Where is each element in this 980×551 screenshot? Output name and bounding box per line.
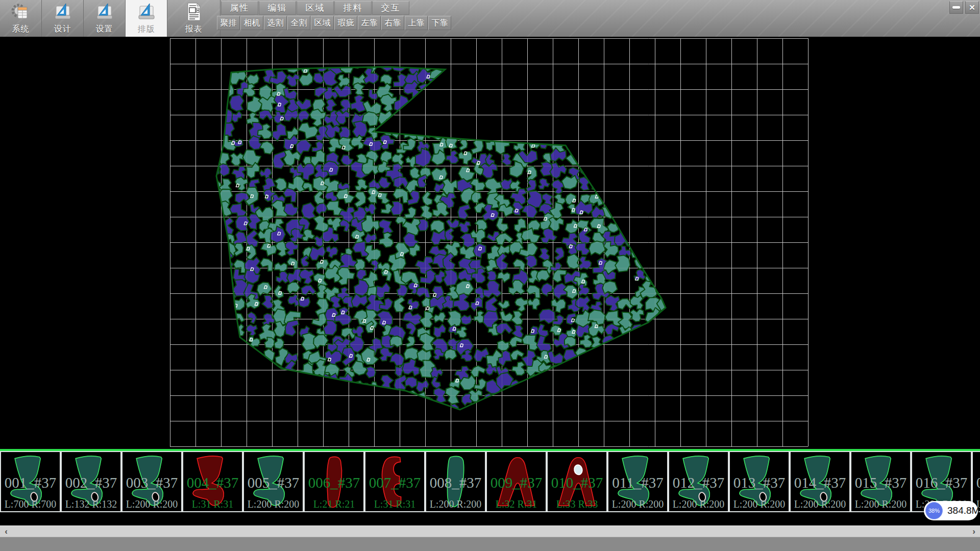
piece-id: 008_#37	[426, 474, 485, 491]
piece-id: 007_#37	[365, 474, 424, 491]
piece-id: 015_#37	[851, 474, 910, 491]
tool-camera[interactable]: 相机	[240, 16, 263, 30]
ruler-icon	[53, 2, 73, 22]
tool-snap-bottom[interactable]: 下靠	[428, 16, 451, 30]
menu-edit[interactable]: 编辑	[259, 1, 296, 15]
piece-lr-count: L:200 R:200	[122, 498, 181, 510]
piece-lr-count: L:700 R:700	[1, 498, 60, 510]
piece-thumbnail[interactable]: 006_#37L:21 R:21	[304, 451, 364, 512]
tool-cluster-nest[interactable]: 聚排	[217, 16, 240, 30]
scroll-left-icon[interactable]: ‹	[1, 526, 11, 537]
memory-usage: 384.8M	[947, 501, 979, 520]
toolbar: 系统设计设置排版报表 属性编辑区域排料交互 聚排相机选割全割区域瑕疵左靠右靠上靠…	[0, 0, 980, 37]
tool-snap-right[interactable]: 右靠	[381, 16, 404, 30]
menu-nest[interactable]: 排料	[334, 1, 372, 15]
tab-system[interactable]: 系统	[0, 0, 42, 37]
piece-id: 010_#37	[548, 474, 606, 491]
piece-id: 016_#37	[912, 474, 971, 491]
piece-lr-count: L:33 R:33	[548, 498, 606, 510]
piece-thumbnail[interactable]: 001_#37L:700 R:700	[0, 451, 61, 512]
piece-id: 013_#37	[730, 474, 789, 491]
status-bar	[0, 537, 980, 551]
piece-thumbnail[interactable]: 014_#37L:200 R:200	[790, 451, 850, 512]
tab-label: 报表	[185, 24, 203, 35]
gear-icon	[11, 2, 31, 22]
piece-id: 001_#37	[1, 474, 60, 491]
tab-report[interactable]: 报表	[167, 0, 220, 37]
tab-label: 系统	[12, 24, 30, 35]
piece-lr-count: L:200 R:200	[791, 498, 849, 510]
horizontal-scrollbar[interactable]: ‹ ›	[0, 525, 980, 537]
piece-id: 014_#37	[791, 474, 849, 491]
piece-thumbnail-strip: 001_#37L:700 R:700002_#37L:132 R:132003_…	[0, 451, 980, 512]
progress-percent: 38%	[928, 508, 940, 514]
tool-select-cut[interactable]: 选割	[264, 16, 287, 30]
piece-lr-count: L:200 R:200	[244, 498, 303, 510]
close-icon: ✕	[969, 3, 975, 12]
piece-id: 003_#37	[122, 474, 181, 491]
ruler-icon	[94, 2, 115, 22]
menu-bar: 属性编辑区域排料交互	[221, 1, 410, 15]
menu-region[interactable]: 区域	[297, 1, 334, 15]
piece-thumbnail[interactable]: 011_#37L:200 R:200	[607, 451, 668, 512]
piece-lr-count: L:21 R:21	[305, 498, 363, 510]
piece-thumbnail[interactable]: 003_#37L:200 R:200	[121, 451, 182, 512]
piece-lr-count: L:200 R:200	[851, 498, 910, 510]
report-icon	[184, 2, 204, 22]
close-button[interactable]: ✕	[965, 1, 979, 14]
piece-id: 009_#37	[487, 474, 546, 491]
piece-thumbnail[interactable]: 005_#37L:200 R:200	[243, 451, 304, 512]
piece-lr-count: L:200 R:200	[730, 498, 789, 510]
piece-lr-count: L:132 R:132	[62, 498, 120, 510]
piece-id: 012_#37	[669, 474, 728, 491]
tab-design[interactable]: 设计	[42, 0, 84, 37]
tab-nesting[interactable]: 排版	[126, 0, 167, 37]
menu-properties[interactable]: 属性	[221, 1, 258, 15]
nesting-canvas[interactable]	[0, 37, 980, 449]
piece-lr-count: L:31 R:31	[365, 498, 424, 510]
piece-lr-count: L:200 R:200	[608, 498, 667, 510]
tool-bar: 聚排相机选割全割区域瑕疵左靠右靠上靠下靠	[217, 16, 452, 30]
piece-id: 017_#37	[973, 474, 980, 491]
piece-thumbnail[interactable]: 004_#37L:31 R:31	[182, 451, 243, 512]
application-window: 系统设计设置排版报表 属性编辑区域排料交互 聚排相机选割全割区域瑕疵左靠右靠上靠…	[0, 0, 980, 551]
piece-lr-count: L:32 R:31	[487, 498, 546, 510]
piece-id: 002_#37	[62, 474, 120, 491]
minimize-icon	[952, 6, 960, 9]
tool-cut-all[interactable]: 全割	[287, 16, 310, 30]
tool-snap-left[interactable]: 左靠	[358, 16, 381, 30]
piece-thumbnail[interactable]: 007_#37L:31 R:31	[364, 451, 425, 512]
menu-interact[interactable]: 交互	[372, 1, 409, 15]
piece-thumbnail[interactable]: 009_#37L:32 R:31	[486, 451, 547, 512]
tool-defect[interactable]: 瑕疵	[334, 16, 357, 30]
piece-lr-count: L:31 R:31	[183, 498, 242, 510]
piece-thumbnail[interactable]: 013_#37L:200 R:200	[729, 451, 790, 512]
piece-thumbnail[interactable]: 012_#37L:200 R:200	[668, 451, 729, 512]
piece-lr-count: L:200 R:200	[669, 498, 728, 510]
piece-id: 006_#37	[305, 474, 363, 491]
piece-thumbnail[interactable]: 015_#37L:200 R:200	[850, 451, 911, 512]
progress-circle: 38%	[925, 502, 943, 519]
window-controls: ✕	[949, 1, 979, 14]
status-badge: 38% 384.8M	[924, 501, 978, 520]
tab-settings[interactable]: 设置	[84, 0, 126, 37]
ruler-icon	[136, 2, 157, 22]
minimize-button[interactable]	[949, 1, 963, 14]
piece-id: 004_#37	[183, 474, 242, 491]
piece-thumbnail[interactable]: 010_#37L:33 R:33	[547, 451, 607, 512]
tool-snap-top[interactable]: 上靠	[405, 16, 428, 30]
piece-id: 011_#37	[608, 474, 667, 491]
main-tab-bar: 系统设计设置排版报表	[0, 0, 220, 37]
tab-label: 设置	[96, 24, 113, 35]
scroll-right-icon[interactable]: ›	[969, 526, 979, 537]
piece-thumbnail[interactable]: 008_#37L:200 R:200	[425, 451, 486, 512]
tool-region[interactable]: 区域	[311, 16, 334, 30]
piece-thumbnail[interactable]: 002_#37L:132 R:132	[61, 451, 121, 512]
tab-label: 排版	[138, 24, 155, 35]
piece-id: 005_#37	[244, 474, 303, 491]
piece-lr-count: L:200 R:200	[426, 498, 485, 510]
tab-label: 设计	[54, 24, 71, 35]
